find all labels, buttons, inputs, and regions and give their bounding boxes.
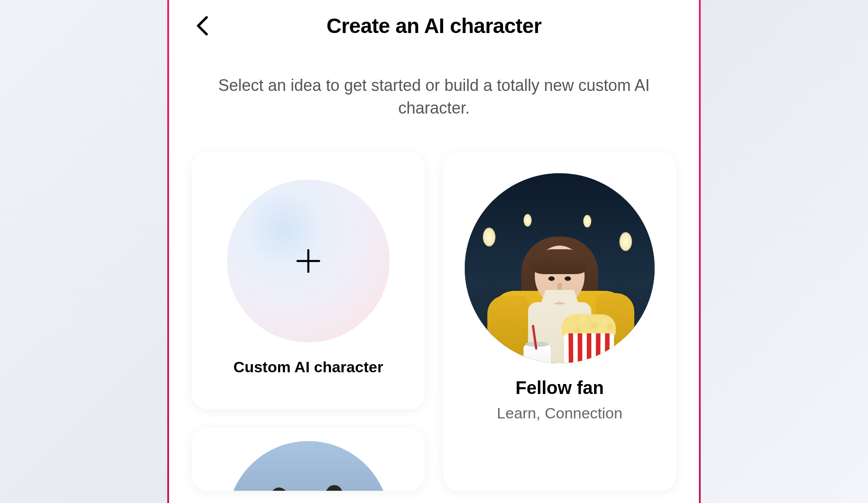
character-idea-avatar-partial (227, 441, 390, 491)
character-idea-subtitle: Learn, Connection (497, 404, 623, 422)
app-screen: Create an AI character Select an idea to… (167, 0, 701, 503)
header: Create an AI character (169, 0, 699, 47)
custom-character-avatar (227, 180, 390, 342)
custom-character-card[interactable]: Custom AI character (192, 152, 425, 409)
plus-icon (295, 247, 322, 275)
character-idea-avatar (465, 173, 655, 363)
custom-character-title: Custom AI character (233, 358, 383, 376)
chevron-left-icon (196, 16, 210, 36)
character-idea-card-fellow-fan[interactable]: Fellow fan Learn, Connection (443, 152, 676, 491)
page-subtitle: Select an idea to get started or build a… (169, 47, 699, 142)
page-title: Create an AI character (192, 14, 676, 38)
character-idea-title: Fellow fan (515, 378, 604, 398)
character-cards-grid: Custom AI character (169, 142, 699, 491)
character-idea-card-partial[interactable] (192, 427, 425, 491)
grid-col-left: Custom AI character (192, 152, 425, 491)
back-button[interactable] (192, 14, 214, 37)
